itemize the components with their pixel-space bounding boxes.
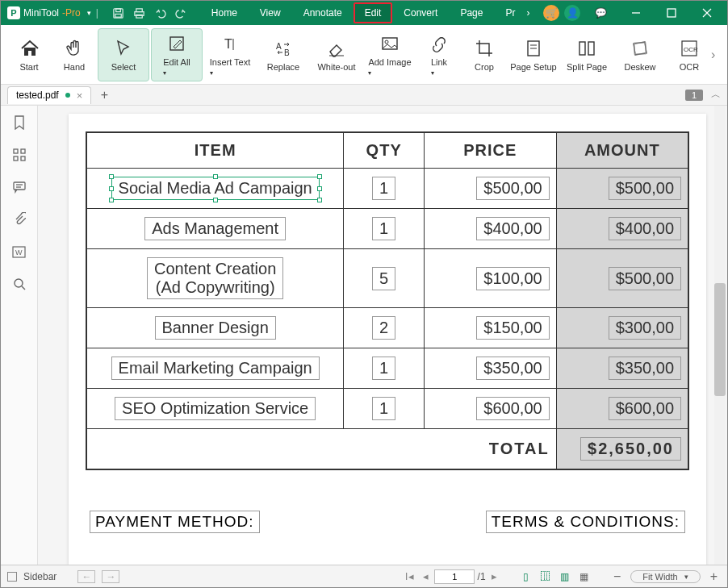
tab-more[interactable]: Pr <box>494 1 526 25</box>
ribbon-start[interactable]: Start <box>7 28 51 81</box>
view-grid-icon[interactable]: ▦ <box>578 570 591 583</box>
print-icon[interactable] <box>131 4 149 22</box>
tabs-overflow-icon[interactable]: › <box>526 7 529 19</box>
undo-icon[interactable] <box>152 4 169 22</box>
tab-convert[interactable]: Convert <box>392 1 449 25</box>
cell-item[interactable]: Content Creation(Ad Copywriting) <box>86 249 344 308</box>
cell-price[interactable]: $400,00 <box>425 209 557 249</box>
ribbon-hand[interactable]: Hand <box>52 28 96 81</box>
cell-qty[interactable]: 1 <box>344 169 425 209</box>
th-amount: AMOUNT <box>556 132 688 169</box>
cell-qty[interactable]: 5 <box>344 249 425 308</box>
ribbon-edit-all[interactable]: Edit All▾ <box>151 28 203 81</box>
sidebar-toggle-icon[interactable] <box>7 572 17 582</box>
editall-icon <box>166 33 187 54</box>
total-label: TOTAL <box>86 429 556 470</box>
add-tab-button[interactable]: + <box>96 88 112 102</box>
bookmark-icon[interactable] <box>10 114 28 131</box>
tab-view[interactable]: View <box>249 1 292 25</box>
close-tab-icon[interactable]: × <box>77 90 83 102</box>
view-facing-icon[interactable]: ▥ <box>559 570 571 583</box>
cell-qty[interactable]: 1 <box>344 348 425 389</box>
ribbon-deskew[interactable]: Deskew <box>614 28 666 81</box>
svg-rect-16 <box>383 38 397 49</box>
nav-back-icon[interactable]: ← <box>77 570 95 583</box>
cell-qty[interactable]: 1 <box>344 209 425 249</box>
prev-page-icon[interactable]: ◂ <box>420 570 432 582</box>
sidebar-label[interactable]: Sidebar <box>23 571 56 582</box>
scrollbar-thumb[interactable] <box>714 283 726 396</box>
ribbon-ocr[interactable]: OCROCR <box>667 28 711 81</box>
svg-text:A: A <box>276 42 282 51</box>
heading-payment[interactable]: PAYMENT METHOD: <box>90 511 260 533</box>
cell-item[interactable]: Social Media Ad Campaign <box>86 169 344 209</box>
cell-item[interactable]: Banner Design <box>86 308 344 348</box>
page-input[interactable] <box>434 569 475 584</box>
feedback-icon[interactable]: 💬 <box>585 1 616 25</box>
ribbon-split-page[interactable]: Split Page <box>561 28 613 81</box>
cell-item[interactable]: Ads Management <box>86 209 344 249</box>
tab-page[interactable]: Page <box>449 1 494 25</box>
collapse-ribbon-icon[interactable]: ︿ <box>711 88 721 102</box>
comments-icon[interactable] <box>10 178 28 196</box>
search-icon[interactable] <box>10 275 28 293</box>
eraser-icon <box>326 38 347 59</box>
close-icon[interactable] <box>692 1 722 25</box>
cell-amount[interactable]: $300,00 <box>556 308 688 348</box>
cell-amount[interactable]: $500,00 <box>556 249 688 308</box>
ribbon-link[interactable]: Link▾ <box>417 28 461 81</box>
thumbnails-icon[interactable] <box>10 146 28 164</box>
ribbon-add-image[interactable]: Add Image▾ <box>364 28 416 81</box>
cell-qty[interactable]: 1 <box>344 389 425 429</box>
cell-amount[interactable]: $400,00 <box>556 209 688 249</box>
user-icon[interactable]: 👤 <box>564 5 580 21</box>
main-area: W ITEM QTY PRICE AMOUNT Social Media Ad … <box>1 106 727 565</box>
ribbon-white-out[interactable]: White-out <box>311 28 362 81</box>
cell-item[interactable]: Email Marketing Campaign <box>86 348 344 389</box>
zoom-fit-dropdown[interactable]: Fit Width▾ <box>630 570 700 583</box>
heading-terms[interactable]: TERMS & CONDITIONS: <box>486 511 685 533</box>
zoom-in-button[interactable]: + <box>707 569 721 584</box>
redo-icon[interactable] <box>173 4 190 22</box>
minimize-icon[interactable] <box>621 1 651 25</box>
cart-icon[interactable]: 🛒 <box>543 5 559 21</box>
cell-price[interactable]: $100,00 <box>425 249 557 308</box>
zoom-out-button[interactable]: − <box>610 569 624 584</box>
tab-edit[interactable]: Edit <box>354 2 393 23</box>
next-page-icon[interactable]: ▸ <box>488 570 500 582</box>
view-continuous-icon[interactable]: ⿲ <box>539 570 552 583</box>
cell-amount[interactable]: $350,00 <box>556 348 688 389</box>
save-icon[interactable] <box>110 4 128 22</box>
maximize-icon[interactable] <box>656 1 687 25</box>
cell-amount[interactable]: $600,00 <box>556 389 688 429</box>
cell-price[interactable]: $500,00 <box>425 169 557 209</box>
tab-annotate[interactable]: Annotate <box>292 1 354 25</box>
svg-rect-28 <box>21 149 25 153</box>
cell-qty[interactable]: 2 <box>344 308 425 348</box>
ribbon-crop[interactable]: Crop <box>462 28 506 81</box>
document-tab[interactable]: tested.pdf × <box>7 86 91 104</box>
app-logo: P MiniTool-Pro ▾ | <box>1 6 105 19</box>
cell-amount[interactable]: $500,00 <box>556 169 688 209</box>
ribbon-select[interactable]: Select <box>98 28 149 81</box>
qat-dropdown-icon[interactable]: ▾ <box>87 9 91 17</box>
tab-home[interactable]: Home <box>200 1 249 25</box>
cell-price[interactable]: $350,00 <box>425 348 557 389</box>
attachments-icon[interactable] <box>10 211 28 228</box>
cell-item[interactable]: SEO Optimization Service <box>86 389 344 429</box>
ribbon-replace[interactable]: ABReplace <box>257 28 309 81</box>
document-viewport[interactable]: ITEM QTY PRICE AMOUNT Social Media Ad Ca… <box>38 106 727 565</box>
ribbon-insert-text[interactable]: TInsert Text▾ <box>204 28 256 81</box>
ribbon: StartHandSelectEdit All▾TInsert Text▾ABR… <box>1 25 727 85</box>
ribbon-page-setup[interactable]: Page Setup <box>508 28 559 81</box>
link-icon <box>429 33 450 54</box>
nav-fwd-icon[interactable]: → <box>102 570 119 583</box>
view-single-icon[interactable]: ▯ <box>520 570 533 583</box>
word-icon[interactable]: W <box>10 243 28 261</box>
ribbon-overflow-icon[interactable]: › <box>711 48 724 60</box>
cell-price[interactable]: $150,00 <box>425 308 557 348</box>
first-page-icon[interactable]: I◂ <box>402 570 417 582</box>
cell-price[interactable]: $600,00 <box>425 389 557 429</box>
ribbon-label: Select <box>111 62 136 72</box>
svg-point-17 <box>385 40 388 44</box>
